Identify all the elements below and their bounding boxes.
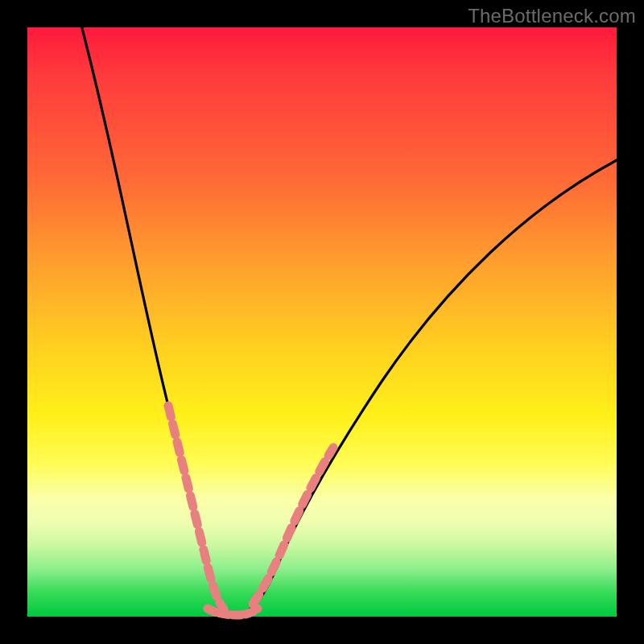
highlight-left-branch [168, 406, 224, 609]
highlight-valley [208, 609, 258, 615]
bottleneck-curve [76, 3, 617, 613]
chart-frame: TheBottleneck.com [0, 0, 644, 644]
curve-layer [27, 27, 617, 617]
highlight-right-branch [253, 448, 333, 604]
watermark-text: TheBottleneck.com [468, 5, 636, 27]
plot-area [27, 27, 617, 617]
